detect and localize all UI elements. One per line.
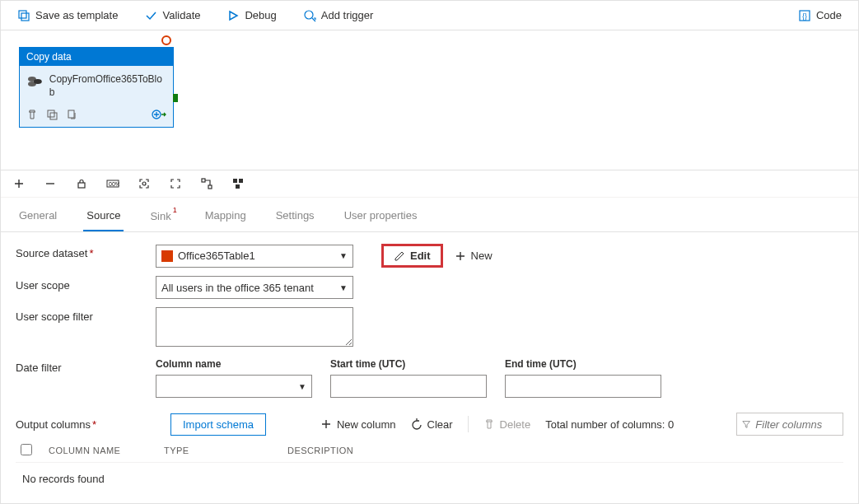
code-label: Code [816,9,842,21]
clear-columns-button[interactable]: Clear [411,418,453,431]
start-time-input[interactable] [330,375,487,398]
clone-activity-icon[interactable] [46,109,58,120]
svg-rect-10 [68,110,74,118]
new-label: New [471,250,493,262]
edit-label: Edit [410,250,431,262]
zoom-in-icon[interactable] [11,175,27,192]
start-time-sublabel: Start time (UTC) [330,358,487,370]
debug-label: Debug [245,9,276,21]
date-filter-label: Date filter [16,358,156,374]
source-dataset-value: Office365Table1 [178,250,255,262]
svg-rect-0 [19,11,26,18]
edit-dataset-button[interactable]: Edit [381,244,443,268]
success-connector-icon[interactable] [173,94,178,102]
filter-columns-input[interactable] [755,418,838,431]
col-header-name: COLUMN NAME [49,446,164,455]
save-template-icon [17,9,30,22]
select-all-checkbox[interactable] [21,444,32,455]
delete-activity-icon[interactable] [26,109,38,120]
code-button[interactable]: {} Code [791,6,848,26]
svg-text:00%: 00% [109,181,119,187]
columns-table-header: COLUMN NAME TYPE DESCRIPTION [16,436,843,462]
svg-rect-9 [50,113,57,119]
save-as-template-label: Save as template [35,9,118,21]
pipeline-canvas[interactable]: Copy data CopyFromOffice365ToBlob [1,30,858,170]
tab-settings[interactable]: Settings [273,204,318,231]
chevron-down-icon: ▼ [339,251,348,260]
debug-button[interactable]: Debug [220,6,282,26]
svg-point-15 [142,182,146,185]
new-dataset-button[interactable]: New [451,246,496,265]
svg-rect-16 [202,179,205,182]
source-dataset-select[interactable]: Office365Table1 ▼ [156,245,353,268]
validate-button[interactable]: Validate [138,6,207,26]
validate-label: Validate [162,9,200,21]
svg-rect-12 [78,183,85,188]
refresh-icon [411,418,422,430]
plus-icon [455,250,466,262]
tab-mapping[interactable]: Mapping [202,204,250,231]
tab-general[interactable]: General [16,204,60,231]
filter-columns-input-wrap[interactable] [736,413,843,436]
zoom-reset-icon[interactable]: 00% [105,175,121,192]
source-form: Source dataset* Office365Table1 ▼ Edit N… [1,232,858,498]
date-column-select[interactable]: ▼ [156,375,312,398]
add-trigger-label: Add trigger [321,9,374,21]
activity-name-label: CopyFromOffice365ToBlob [49,72,166,99]
output-columns-label: Output columns* [16,418,156,431]
expand-activity-icon[interactable] [152,109,166,120]
trash-icon [483,418,495,430]
tab-user-properties[interactable]: User properties [341,204,421,231]
activity-tabs: General Source Sink1 Mapping Settings Us… [1,198,858,232]
save-as-template-button[interactable]: Save as template [11,6,124,26]
top-toolbar: Save as template Validate Debug Add trig… [1,1,858,30]
end-time-input[interactable] [505,375,661,398]
tab-source[interactable]: Source [83,204,124,231]
svg-point-7 [34,79,42,84]
zoom-out-icon[interactable] [42,175,58,192]
chevron-down-icon: ▼ [339,283,348,292]
user-scope-label: User scope [16,276,156,292]
new-column-button[interactable]: New column [320,418,396,431]
source-dataset-label: Source dataset* [16,244,156,259]
add-trigger-button[interactable]: Add trigger [296,6,380,26]
check-icon [144,9,157,22]
copy-data-icon [26,72,44,91]
col-header-desc: DESCRIPTION [287,446,838,455]
user-scope-value: All users in the office 365 tenant [161,282,314,294]
svg-rect-18 [233,179,237,183]
svg-rect-17 [208,185,212,189]
svg-rect-20 [236,184,240,189]
import-schema-button[interactable]: Import schema [170,413,266,436]
play-icon [226,9,240,22]
copy-activity-card[interactable]: Copy data CopyFromOffice365ToBlob [19,47,174,128]
office365-icon [161,250,173,262]
user-scope-select[interactable]: All users in the office 365 tenant ▼ [156,276,353,299]
code-icon: {} [798,9,811,22]
pencil-icon [394,250,405,262]
filter-icon [742,419,750,429]
status-indicator-icon [161,35,171,45]
activity-type-label: Copy data [20,48,173,66]
lock-icon[interactable] [73,175,90,192]
zoom-fit-icon[interactable] [136,175,152,192]
tab-sink[interactable]: Sink1 [147,204,178,231]
copy-activity-footer-icon[interactable] [66,109,77,120]
delete-column-button: Delete [483,418,531,431]
no-records-row: No records found [16,462,843,495]
svg-rect-19 [239,179,243,183]
trigger-icon [303,9,316,22]
plus-icon [320,418,332,430]
svg-rect-1 [21,13,29,21]
fullscreen-icon[interactable] [167,175,184,192]
user-scope-filter-input[interactable] [156,307,353,347]
svg-text:{}: {} [802,12,807,21]
chevron-down-icon: ▼ [298,382,306,391]
auto-align-icon[interactable] [198,175,215,192]
tab-sink-badge: 1 [173,206,177,214]
new-column-label: New column [337,418,396,431]
column-name-sublabel: Column name [156,358,312,370]
svg-point-2 [305,11,313,19]
tab-sink-label: Sink [150,210,170,222]
minimap-icon[interactable] [230,175,246,192]
